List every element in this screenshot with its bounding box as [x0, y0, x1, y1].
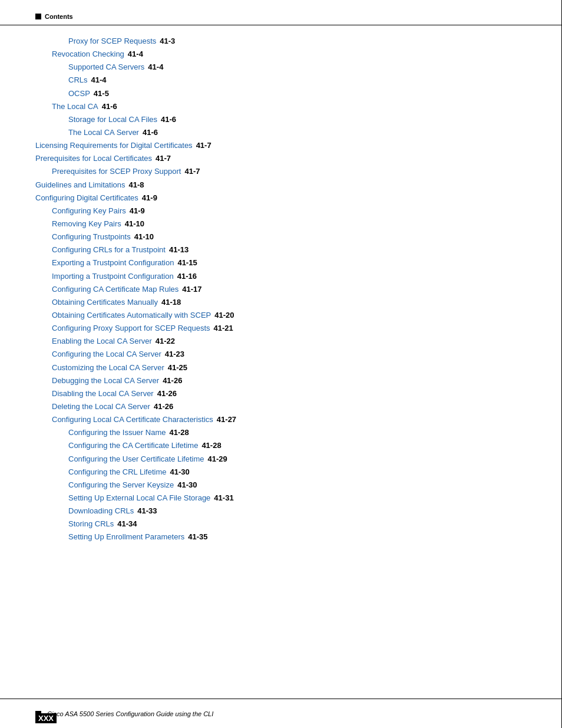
- toc-link[interactable]: Guidelines and Limitations: [35, 179, 125, 191]
- toc-link[interactable]: Configuring the CA Certificate Lifetime: [68, 440, 198, 452]
- footer-title: Cisco ASA 5500 Series Configuration Guid…: [47, 710, 213, 717]
- toc-row: Configuring Digital Certificates41-9: [35, 192, 550, 204]
- toc-link[interactable]: Storing CRLs: [68, 518, 114, 530]
- toc-row: Deleting the Local CA Server41-26: [35, 401, 550, 413]
- toc-page-number: 41-4: [148, 61, 163, 73]
- toc-row: Debugging the Local CA Server41-26: [35, 375, 550, 387]
- toc-page-number: 41-5: [94, 88, 109, 100]
- toc-link[interactable]: Revocation Checking: [52, 48, 124, 60]
- toc-link[interactable]: Configuring Trustpoints: [52, 231, 131, 243]
- toc-page-number: 41-4: [91, 74, 107, 86]
- toc-link[interactable]: Configuring the Issuer Name: [68, 427, 166, 439]
- toc-link[interactable]: Configuring Proxy Support for SCEP Reque…: [52, 322, 210, 334]
- footer-page: XXX: [35, 713, 57, 723]
- toc-row: Configuring CA Certificate Map Rules41-1…: [35, 284, 550, 295]
- toc-link[interactable]: Prerequisites for SCEP Proxy Support: [52, 166, 181, 177]
- toc-row: Setting Up External Local CA File Storag…: [35, 492, 550, 504]
- toc-link[interactable]: Debugging the Local CA Server: [52, 375, 159, 387]
- toc-link[interactable]: Storage for Local CA Files: [68, 114, 157, 126]
- toc-link[interactable]: Configuring the Server Keysize: [68, 479, 174, 491]
- toc-row: Configuring the Local CA Server41-23: [35, 348, 550, 360]
- toc-row: Licensing Requirements for Digital Certi…: [35, 140, 550, 151]
- toc-row: Downloading CRLs41-33: [35, 505, 550, 517]
- toc-row: Storage for Local CA Files41-6: [35, 114, 550, 126]
- toc-link[interactable]: Customizing the Local CA Server: [52, 362, 164, 374]
- toc-link[interactable]: The Local CA Server: [68, 127, 139, 139]
- toc-page-number: 41-28: [169, 427, 189, 439]
- toc-page-number: 41-23: [165, 348, 184, 360]
- toc-page-number: 41-21: [214, 322, 233, 334]
- toc-link[interactable]: Prerequisites for Local Certificates: [35, 153, 152, 164]
- toc-link[interactable]: Exporting a Trustpoint Configuration: [52, 257, 174, 269]
- toc-page-number: 41-30: [177, 479, 197, 491]
- toc-row: CRLs41-4: [35, 74, 550, 86]
- toc-row: Configuring Key Pairs41-9: [35, 205, 550, 217]
- toc-link[interactable]: Configuring Digital Certificates: [35, 192, 138, 204]
- toc-link[interactable]: Configuring CRLs for a Trustpoint: [52, 244, 166, 256]
- toc-row: Importing a Trustpoint Configuration41-1…: [35, 271, 550, 282]
- footer: Cisco ASA 5500 Series Configuration Guid…: [0, 699, 562, 728]
- toc-page-number: 41-30: [170, 466, 189, 478]
- toc-row: Setting Up Enrollment Parameters41-35: [35, 531, 550, 543]
- toc-page-number: 41-9: [142, 192, 157, 204]
- toc-page-number: 41-7: [184, 166, 200, 177]
- toc-link[interactable]: Configuring Local CA Certificate Charact…: [52, 414, 213, 426]
- toc-link[interactable]: Importing a Trustpoint Configuration: [52, 271, 174, 282]
- toc-row: Obtaining Certificates Automatically wit…: [35, 309, 550, 321]
- toc-page-number: 41-26: [157, 388, 177, 400]
- toc-link[interactable]: CRLs: [68, 74, 88, 86]
- toc-page-number: 41-20: [214, 309, 234, 321]
- header-text: Contents: [45, 13, 73, 20]
- toc-row: Revocation Checking41-4: [35, 48, 550, 60]
- toc-link[interactable]: Configuring the CRL Lifetime: [68, 466, 166, 478]
- toc-link[interactable]: Setting Up Enrollment Parameters: [68, 531, 184, 543]
- toc-row: Storing CRLs41-34: [35, 518, 550, 530]
- toc-link[interactable]: Supported CA Servers: [68, 61, 144, 73]
- toc-link[interactable]: Obtaining Certificates Automatically wit…: [52, 309, 211, 321]
- toc-page-number: 41-31: [214, 492, 233, 504]
- toc-link[interactable]: Licensing Requirements for Digital Certi…: [35, 140, 193, 151]
- toc-page-number: 41-7: [196, 140, 211, 151]
- toc-page-number: 41-4: [128, 48, 143, 60]
- toc-link[interactable]: Deleting the Local CA Server: [52, 401, 150, 413]
- toc-row: Removing Key Pairs41-10: [35, 218, 550, 230]
- header-square: [35, 14, 41, 19]
- page-container: Contents Proxy for SCEP Requests41-3Revo…: [0, 0, 562, 728]
- toc-link[interactable]: OCSP: [68, 88, 90, 100]
- toc-page-number: 41-33: [137, 505, 157, 517]
- toc-page-number: 41-6: [161, 114, 176, 126]
- toc-row: Configuring Local CA Certificate Charact…: [35, 414, 550, 426]
- toc-row: The Local CA Server41-6: [35, 127, 550, 139]
- toc-page-number: 41-8: [128, 179, 144, 191]
- toc-row: OCSP41-5: [35, 88, 550, 100]
- toc-page-number: 41-16: [177, 271, 197, 282]
- toc-link[interactable]: Obtaining Certificates Manually: [52, 297, 158, 308]
- toc-link[interactable]: Configuring the User Certificate Lifetim…: [68, 453, 204, 465]
- toc-link[interactable]: Configuring Key Pairs: [52, 205, 126, 217]
- toc-row: Prerequisites for SCEP Proxy Support41-7: [35, 166, 550, 177]
- toc-link[interactable]: Proxy for SCEP Requests: [68, 35, 156, 47]
- toc-row: Configuring the Issuer Name41-28: [35, 427, 550, 439]
- toc-page-number: 41-7: [156, 153, 171, 164]
- toc-page-number: 41-13: [169, 244, 189, 256]
- toc-link[interactable]: Removing Key Pairs: [52, 218, 121, 230]
- toc-link[interactable]: Configuring CA Certificate Map Rules: [52, 284, 178, 295]
- toc-row: Proxy for SCEP Requests41-3: [35, 35, 550, 47]
- toc-link[interactable]: The Local CA: [52, 101, 98, 113]
- footer-inner: Cisco ASA 5500 Series Configuration Guid…: [35, 710, 527, 717]
- toc-page-number: 41-9: [130, 205, 145, 217]
- top-border: [0, 25, 562, 25]
- toc-page-number: 41-10: [134, 231, 154, 243]
- toc-row: Configuring the CRL Lifetime41-30: [35, 466, 550, 478]
- toc-page-number: 41-26: [163, 375, 182, 387]
- toc-link[interactable]: Enabling the Local CA Server: [52, 335, 152, 347]
- toc-link[interactable]: Disabling the Local CA Server: [52, 388, 154, 400]
- toc-row: The Local CA41-6: [35, 101, 550, 113]
- toc-row: Configuring the Server Keysize41-30: [35, 479, 550, 491]
- toc-link[interactable]: Downloading CRLs: [68, 505, 134, 517]
- toc-row: Configuring the CA Certificate Lifetime4…: [35, 440, 550, 452]
- toc-row: Exporting a Trustpoint Configuration41-1…: [35, 257, 550, 269]
- toc-link[interactable]: Setting Up External Local CA File Storag…: [68, 492, 210, 504]
- toc-link[interactable]: Configuring the Local CA Server: [52, 348, 161, 360]
- toc-page-number: 41-6: [143, 127, 158, 139]
